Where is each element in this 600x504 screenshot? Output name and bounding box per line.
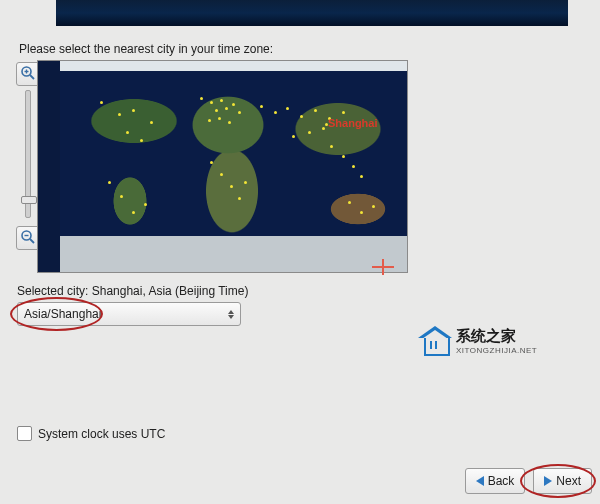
- arrow-right-icon: [544, 476, 552, 486]
- back-button[interactable]: Back: [465, 468, 526, 494]
- selected-city-label: Selected city: Shanghai, Asia (Beijing T…: [17, 284, 248, 298]
- zoom-slider-thumb[interactable]: [21, 196, 37, 204]
- zoom-out-icon: [20, 229, 36, 248]
- house-logo-icon: [418, 326, 452, 356]
- svg-line-1: [30, 75, 34, 79]
- prompt-label: Please select the nearest city in your t…: [19, 42, 273, 56]
- svg-line-5: [30, 239, 34, 243]
- utc-label: System clock uses UTC: [38, 427, 165, 441]
- watermark: 系统之家 XITONGZHIJIA.NET: [418, 326, 537, 356]
- utc-checkbox-row[interactable]: System clock uses UTC: [17, 426, 165, 441]
- timezone-value: Asia/Shanghai: [18, 307, 101, 321]
- next-button[interactable]: Next: [533, 468, 592, 494]
- arrow-left-icon: [476, 476, 484, 486]
- nav-buttons: Back Next: [465, 468, 592, 494]
- timezone-page: Please select the nearest city in your t…: [0, 0, 600, 504]
- map-canvas: Shanghai: [60, 61, 408, 272]
- city-dots: [60, 61, 408, 272]
- back-button-label: Back: [488, 474, 515, 488]
- world-map[interactable]: Shanghai: [37, 60, 408, 273]
- zoom-in-icon: [20, 65, 36, 84]
- header-banner: [56, 0, 568, 26]
- selected-city-marker-label: Shanghai: [328, 117, 378, 129]
- brand-cn: 系统之家: [456, 327, 537, 346]
- brand-en: XITONGZHIJIA.NET: [456, 346, 537, 355]
- next-button-label: Next: [556, 474, 581, 488]
- utc-checkbox[interactable]: [17, 426, 32, 441]
- timezone-dropdown[interactable]: Asia/Shanghai: [17, 302, 241, 326]
- stepper-arrows-icon: [220, 310, 236, 319]
